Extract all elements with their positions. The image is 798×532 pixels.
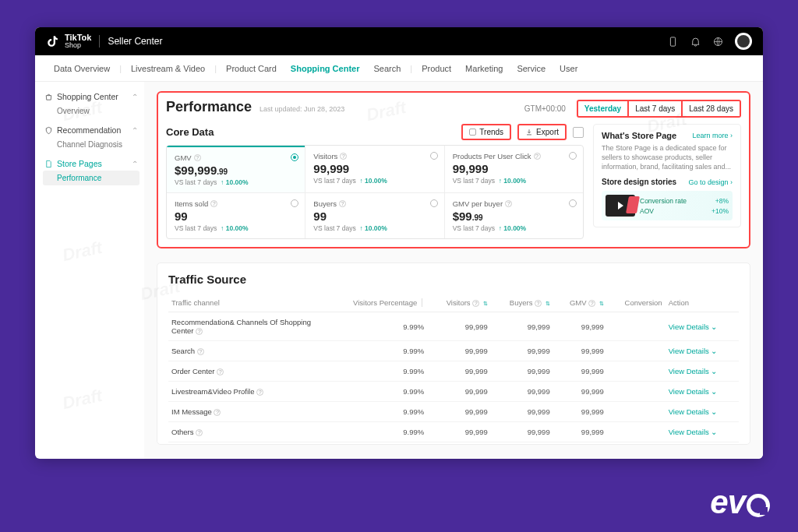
view-details-link[interactable]: View Details ⌄ bbox=[666, 402, 739, 422]
trends-button[interactable]: Trends bbox=[461, 124, 511, 140]
sidebar-shopping-center[interactable]: Shopping Center⌃ bbox=[43, 90, 139, 104]
col-visitors[interactable]: Visitors ? ⇅ bbox=[427, 294, 491, 312]
buyers: 99,999 bbox=[491, 312, 553, 341]
visitors-pct: 9.99% bbox=[324, 422, 427, 442]
sidebar-store-pages[interactable]: Store Pages⌃ bbox=[43, 157, 139, 171]
info-icon[interactable]: ? bbox=[217, 368, 224, 375]
metric-items-sold[interactable]: Items sold ? 99 VS last 7 days ↑ 10.00% bbox=[167, 193, 305, 238]
info-icon[interactable]: ? bbox=[505, 200, 512, 207]
range-last-7-days[interactable]: Last 7 days bbox=[629, 100, 683, 118]
learn-more-link[interactable]: Learn more › bbox=[692, 132, 733, 139]
radio-icon[interactable] bbox=[430, 199, 438, 207]
info-icon[interactable]: ? bbox=[210, 200, 217, 207]
gmv: 99,999 bbox=[553, 341, 607, 361]
traffic-channel: Others ? bbox=[168, 422, 324, 442]
radio-icon[interactable] bbox=[569, 199, 577, 207]
col-traffic-channel[interactable]: Traffic channel bbox=[168, 294, 324, 312]
radio-icon[interactable] bbox=[430, 152, 438, 160]
traffic-table: Traffic channelVisitors PercentageVisito… bbox=[168, 294, 739, 442]
chevron-down-icon: ⌄ bbox=[711, 428, 717, 436]
copy-icon[interactable] bbox=[573, 127, 584, 138]
traffic-source-card: Traffic Source Traffic channelVisitors P… bbox=[157, 262, 750, 445]
tab-search[interactable]: Search bbox=[367, 64, 407, 73]
info-icon[interactable]: ? bbox=[196, 328, 203, 335]
tab-data-overview[interactable]: Data Overview bbox=[48, 64, 116, 73]
export-button[interactable]: Export bbox=[517, 124, 567, 140]
range-last-28-days[interactable]: Last 28 days bbox=[683, 100, 741, 118]
brand-bottom: Shop bbox=[65, 42, 91, 49]
view-details-link[interactable]: View Details ⌄ bbox=[666, 312, 739, 341]
buyers: 99,999 bbox=[491, 402, 553, 422]
info-icon[interactable]: ? bbox=[588, 300, 595, 307]
col-action[interactable]: Action bbox=[666, 294, 739, 312]
tab-shopping-center[interactable]: Shopping Center bbox=[284, 64, 366, 73]
sidebar-item-performance[interactable]: Performance bbox=[43, 171, 139, 185]
col-buyers[interactable]: Buyers ? ⇅ bbox=[491, 294, 553, 312]
sort-icon[interactable]: ⇅ bbox=[546, 301, 550, 306]
radio-icon[interactable] bbox=[569, 152, 577, 160]
metric-comparison: VS last 7 days ↑ 10.00% bbox=[313, 224, 436, 232]
metric-gmv[interactable]: GMV ? $99,999.99 VS last 7 days ↑ 10.00% bbox=[167, 146, 305, 192]
main-content: Performance Last updated: Jun 28, 2023 G… bbox=[144, 82, 763, 459]
visitors-pct: 9.99% bbox=[324, 341, 427, 361]
right-card-title: What's Store Page bbox=[602, 131, 676, 140]
bag-icon bbox=[44, 93, 53, 101]
stat-row: AOV+10% bbox=[640, 207, 729, 215]
download-icon bbox=[525, 129, 533, 136]
sort-icon[interactable]: ⇅ bbox=[599, 301, 604, 306]
bell-icon[interactable] bbox=[690, 36, 701, 48]
view-details-link[interactable]: View Details ⌄ bbox=[666, 341, 739, 361]
tab-product-card[interactable]: Product Card bbox=[220, 64, 283, 73]
design-widget[interactable]: Conversion rate+8%AOV+10% bbox=[602, 191, 733, 220]
info-icon[interactable]: ? bbox=[197, 348, 204, 355]
visitors: 99,999 bbox=[427, 422, 491, 442]
info-icon[interactable]: ? bbox=[214, 409, 221, 416]
buyers: 99,999 bbox=[491, 361, 553, 382]
view-details-link[interactable]: View Details ⌄ bbox=[666, 382, 739, 402]
range-yesterday[interactable]: Yesterday bbox=[577, 100, 629, 118]
metric-products-per-user-click[interactable]: Products Per User Click ? 99,999 VS last… bbox=[444, 146, 583, 192]
tab-user[interactable]: User bbox=[553, 64, 584, 73]
metric-value: $99.99 bbox=[453, 210, 575, 223]
body: Shopping Center⌃OverviewRecommendation⌃C… bbox=[35, 82, 763, 459]
tab-product[interactable]: Product bbox=[415, 64, 457, 73]
metric-label: GMV per buyer ? bbox=[453, 199, 575, 208]
col-conversion[interactable]: Conversion bbox=[607, 294, 666, 312]
phone-icon[interactable] bbox=[667, 36, 679, 48]
metric-visitors[interactable]: Visitors ? 99,999 VS last 7 days ↑ 10.00… bbox=[305, 146, 443, 192]
table-row: Search ? 9.99% 99,999 99,999 99,999 View… bbox=[168, 341, 739, 361]
radio-icon[interactable] bbox=[291, 153, 298, 161]
avatar[interactable] bbox=[735, 33, 752, 50]
radio-icon[interactable] bbox=[291, 199, 298, 207]
globe-icon[interactable] bbox=[712, 36, 724, 48]
view-details-link[interactable]: View Details ⌄ bbox=[666, 361, 739, 382]
visitors-pct: 9.99% bbox=[324, 382, 427, 402]
sort-icon[interactable]: ⇅ bbox=[483, 301, 488, 306]
tab-service[interactable]: Service bbox=[510, 64, 552, 73]
info-icon[interactable]: ? bbox=[340, 153, 347, 160]
tiktok-icon bbox=[46, 34, 60, 48]
visitors: 99,999 bbox=[427, 382, 491, 402]
metric-gmv-per-buyer[interactable]: GMV per buyer ? $99.99 VS last 7 days ↑ … bbox=[444, 193, 583, 238]
go-to-design-link[interactable]: Go to design › bbox=[688, 178, 733, 186]
info-icon[interactable]: ? bbox=[534, 153, 541, 160]
gmv: 99,999 bbox=[553, 312, 607, 341]
tab-marketing[interactable]: Marketing bbox=[459, 64, 509, 73]
info-icon[interactable]: ? bbox=[535, 300, 542, 307]
traffic-channel: Search ? bbox=[168, 341, 324, 361]
tab-livestream-video[interactable]: Livestream & Video bbox=[125, 64, 211, 73]
info-icon[interactable]: ? bbox=[339, 200, 346, 207]
view-details-link[interactable]: View Details ⌄ bbox=[666, 422, 739, 442]
sidebar-item-channel-diagnosis[interactable]: Channel Diagnosis bbox=[43, 137, 139, 152]
col-gmv[interactable]: GMV ? ⇅ bbox=[553, 294, 607, 312]
info-icon[interactable]: ? bbox=[472, 300, 479, 307]
info-icon[interactable]: ? bbox=[196, 429, 203, 436]
timezone: GTM+00:00 bbox=[524, 104, 566, 113]
info-icon[interactable]: ? bbox=[256, 389, 263, 396]
info-icon[interactable]: ? bbox=[194, 154, 201, 161]
col-visitors-percentage[interactable]: Visitors Percentage bbox=[324, 294, 427, 312]
sidebar-recommendation[interactable]: Recommendation⌃ bbox=[43, 123, 139, 137]
sidebar-item-overview[interactable]: Overview bbox=[43, 104, 139, 118]
metric-label: Buyers ? bbox=[313, 199, 436, 208]
metric-buyers[interactable]: Buyers ? 99 VS last 7 days ↑ 10.00% bbox=[305, 193, 443, 238]
